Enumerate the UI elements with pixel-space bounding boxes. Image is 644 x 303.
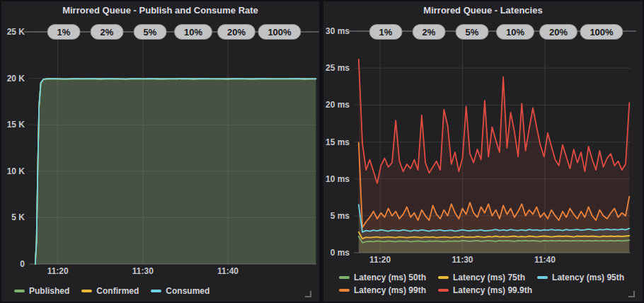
x-tick-label: 11:20 — [47, 266, 69, 276]
x-tick-label: 11:20 — [369, 255, 391, 265]
legend-label: Confirmed — [96, 286, 139, 296]
y-tick-label: 10 ms — [326, 174, 350, 184]
legend-swatch — [14, 290, 25, 292]
legend-row: Latency (ms) 50thLatency (ms) 75thLatenc… — [339, 272, 624, 282]
y-tick-label: 20 ms — [326, 100, 350, 110]
chart-legend: PublishedConfirmedConsumed — [14, 285, 209, 296]
legend-label: Consumed — [166, 286, 209, 296]
panel-latencies: Mirrored Queue - Latencies 0 ms5 ms10 ms… — [323, 1, 643, 302]
legend-swatch — [81, 290, 92, 292]
legend-swatch — [438, 276, 449, 279]
percent-marker-pill[interactable]: 2% — [91, 24, 124, 40]
percent-marker-pill[interactable]: 1% — [369, 24, 403, 40]
panel-resize-handle[interactable] — [628, 291, 635, 297]
grafana-dashboard: Mirrored Queue - Publish and Consume Rat… — [0, 0, 644, 303]
legend-swatch — [537, 276, 548, 279]
percent-marker-pill[interactable]: 5% — [456, 24, 489, 40]
percent-marker-pill[interactable]: 20% — [217, 24, 255, 40]
legend-label: Latency (ms) 95th — [552, 273, 624, 282]
y-tick-label: 15 ms — [326, 137, 350, 147]
legend-item-latency-ms-95th[interactable]: Latency (ms) 95th — [537, 272, 624, 282]
y-tick-label: 5 ms — [330, 211, 350, 221]
legend-swatch — [339, 289, 350, 292]
y-tick-label: 10 K — [7, 166, 25, 176]
fill-consumed — [35, 79, 316, 264]
panel-resize-handle[interactable] — [305, 291, 311, 297]
legend-item-latency-ms-50th[interactable]: Latency (ms) 50th — [339, 272, 426, 282]
x-tick-label: 11:30 — [132, 266, 154, 276]
percent-marker-pill[interactable]: 10% — [174, 24, 212, 40]
y-tick-label: 0 — [20, 259, 25, 269]
legend-swatch — [151, 290, 161, 292]
percent-marker-pill[interactable]: 10% — [496, 24, 534, 40]
percent-marker-pill[interactable]: 1% — [47, 24, 81, 40]
legend-label: Latency (ms) 99th — [354, 285, 426, 295]
latency-chart: 0 ms5 ms10 ms15 ms20 ms25 ms30 ms11:2011… — [323, 21, 643, 269]
x-tick-label: 11:40 — [534, 255, 556, 265]
x-tick-label: 11:40 — [217, 266, 238, 276]
legend-label: Published — [29, 286, 69, 296]
y-tick-label: 25 ms — [326, 63, 350, 73]
percent-marker-pill[interactable]: 2% — [413, 24, 446, 40]
panel-title[interactable]: Mirrored Queue - Latencies — [323, 1, 643, 20]
legend-row: PublishedConfirmedConsumed — [14, 285, 209, 296]
rate-chart: 05 K10 K15 K20 K25 K11:2011:3011:40 — [1, 21, 319, 280]
legend-swatch — [438, 289, 449, 292]
panel-publish-consume-rate: Mirrored Queue - Publish and Consume Rat… — [1, 1, 319, 302]
y-tick-label: 5 K — [11, 212, 25, 222]
y-tick-label: 15 K — [7, 120, 25, 130]
x-tick-label: 11:30 — [452, 255, 473, 265]
legend-item-latency-ms-99-9th[interactable]: Latency (ms) 99.9th — [438, 285, 532, 295]
legend-item-consumed[interactable]: Consumed — [151, 285, 209, 296]
legend-row: Latency (ms) 99thLatency (ms) 99.9th — [339, 285, 624, 295]
legend-item-published[interactable]: Published — [14, 285, 69, 296]
chart-legend: Latency (ms) 50thLatency (ms) 75thLatenc… — [339, 272, 624, 295]
percent-marker-pill[interactable]: 5% — [134, 24, 167, 40]
percent-marker-row: 1%2%5%10%20%100% — [323, 24, 643, 40]
legend-label: Latency (ms) 50th — [354, 273, 426, 282]
percent-marker-pill[interactable]: 100% — [580, 24, 623, 40]
legend-item-latency-ms-75th[interactable]: Latency (ms) 75th — [438, 272, 525, 282]
legend-item-confirmed[interactable]: Confirmed — [81, 285, 139, 296]
panel-title[interactable]: Mirrored Queue - Publish and Consume Rat… — [1, 1, 319, 20]
legend-item-latency-ms-99th[interactable]: Latency (ms) 99th — [339, 285, 426, 295]
legend-swatch — [339, 276, 350, 279]
percent-marker-pill[interactable]: 20% — [539, 24, 577, 40]
legend-label: Latency (ms) 99.9th — [453, 285, 532, 295]
percent-marker-row: 1%2%5%10%20%100% — [1, 24, 319, 40]
y-tick-label: 25 K — [7, 27, 25, 37]
y-tick-label: 30 ms — [326, 26, 350, 36]
y-tick-label: 20 K — [7, 74, 25, 84]
legend-label: Latency (ms) 75th — [453, 273, 525, 282]
y-tick-label: 0 ms — [330, 248, 350, 258]
percent-marker-pill[interactable]: 100% — [258, 24, 301, 40]
